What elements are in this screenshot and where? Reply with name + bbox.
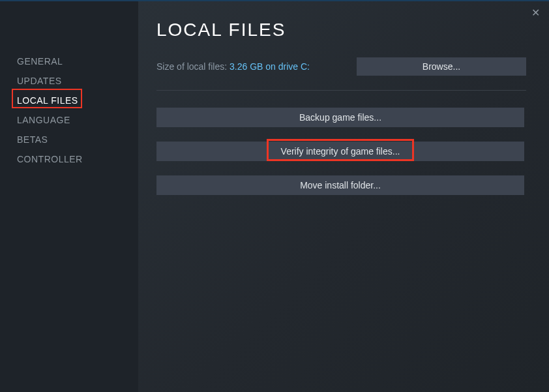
sidebar-item-language[interactable]: LANGUAGE (17, 110, 138, 130)
sidebar-item-controller[interactable]: CONTROLLER (17, 149, 138, 169)
sidebar-item-betas[interactable]: BETAS (17, 130, 138, 149)
sidebar: GENERAL UPDATES LOCAL FILES LANGUAGE BET… (0, 1, 138, 392)
move-install-folder-button[interactable]: Move install folder... (156, 175, 524, 195)
size-row: Size of local files: 3.26 GB on drive C:… (156, 57, 526, 76)
backup-game-files-button[interactable]: Backup game files... (156, 108, 524, 127)
sidebar-item-local-files[interactable]: LOCAL FILES (17, 91, 138, 110)
divider (156, 90, 526, 91)
verify-integrity-button[interactable]: Verify integrity of game files... (156, 142, 524, 161)
size-label: Size of local files: (156, 61, 230, 72)
size-text-wrapper: Size of local files: 3.26 GB on drive C: (156, 61, 310, 72)
size-value: 3.26 GB on drive C: (230, 61, 310, 72)
close-icon[interactable]: ✕ (531, 8, 540, 18)
sidebar-item-updates[interactable]: UPDATES (17, 71, 138, 91)
page-title: LOCAL FILES (156, 20, 526, 40)
main-panel: ✕ LOCAL FILES Size of local files: 3.26 … (138, 1, 549, 392)
verify-integrity-label: Verify integrity of game files... (281, 146, 400, 157)
browse-button[interactable]: Browse... (357, 57, 526, 76)
sidebar-item-general[interactable]: GENERAL (17, 52, 138, 71)
